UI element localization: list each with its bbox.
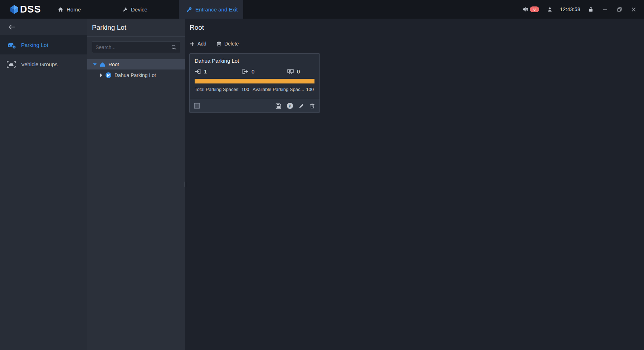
tree-node-dahua-parking-lot[interactable]: P Dahua Parking Lot (87, 69, 185, 81)
led-screen-icon (287, 69, 294, 74)
parking-lot-card[interactable]: Dahua Parking Lot 1 0 0 (189, 53, 320, 113)
topbar: DSS Home Device Entrance and Exit 6 (0, 0, 644, 19)
tab-home[interactable]: Home (50, 0, 114, 19)
parking-space-icon[interactable]: P (287, 103, 293, 109)
delete-card-icon[interactable] (310, 103, 315, 109)
chevron-down-icon[interactable] (93, 63, 97, 66)
close-button[interactable] (630, 5, 638, 13)
exit-icon (242, 69, 248, 74)
panel-splitter[interactable] (184, 180, 187, 188)
topbar-right: 6 12:43:58 (522, 5, 644, 13)
close-icon (631, 7, 636, 12)
delete-button-label: Delete (224, 41, 239, 47)
parking-lot-icon (6, 41, 16, 49)
parking-lot-tree: Root P Dahua Parking Lot (87, 59, 185, 81)
available-spaces: Available Parking Spac... 100 (253, 87, 314, 92)
select-checkbox[interactable] (194, 103, 200, 109)
main-content: Root Add Delete Dahua Parking Lot 1 (185, 19, 644, 350)
sidebar-item-parking-lot[interactable]: Parking Lot (0, 35, 87, 54)
user-button[interactable] (546, 5, 553, 13)
tab-bar: Home Device Entrance and Exit (50, 0, 243, 19)
screen-count: 0 (297, 68, 300, 75)
add-button-label: Add (197, 41, 206, 47)
tab-device-label: Device (131, 6, 147, 13)
tab-entrance-exit[interactable]: Entrance and Exit (179, 0, 243, 19)
occupancy-bar (195, 79, 314, 83)
total-spaces: Total Parking Spaces: 100 (195, 87, 249, 92)
tab-home-label: Home (67, 6, 81, 13)
plus-icon (190, 42, 195, 46)
back-button[interactable] (9, 24, 15, 30)
entrance-icon (195, 69, 201, 74)
lock-button[interactable] (587, 5, 595, 13)
user-icon (547, 7, 552, 12)
restore-icon (617, 7, 622, 12)
restore-button[interactable] (615, 5, 623, 13)
home-icon (58, 7, 63, 12)
wrench-icon (122, 7, 128, 12)
minimize-button[interactable] (601, 5, 609, 13)
tab-entrance-exit-label: Entrance and Exit (195, 6, 238, 13)
tree-node-root-label: Root (108, 62, 119, 67)
splitter-grip-icon (185, 182, 186, 187)
alarm-center-button[interactable]: 6 (522, 6, 539, 12)
minimize-icon (603, 7, 608, 12)
search-icon[interactable] (171, 44, 177, 50)
clock: 12:43:58 (560, 6, 580, 12)
card-footer: P (190, 99, 319, 112)
sidebar-item-vehicle-groups[interactable]: Vehicle Groups (0, 54, 87, 74)
dss-logo-icon (10, 5, 19, 14)
search-input[interactable] (96, 44, 171, 50)
speaker-icon (522, 6, 529, 12)
alarm-count-badge: 6 (530, 6, 539, 12)
parking-p-icon: P (106, 72, 111, 78)
tree-node-root[interactable]: Root (87, 59, 185, 69)
total-spaces-value: 100 (241, 87, 249, 92)
available-spaces-value: 100 (306, 87, 314, 92)
tree-panel-title: Parking Lot (92, 24, 126, 32)
trash-icon (216, 41, 221, 47)
sidebar-item-vehicle-groups-label: Vehicle Groups (21, 61, 58, 67)
tab-device[interactable]: Device (114, 0, 179, 19)
delete-button[interactable]: Delete (216, 41, 239, 47)
app-logo-text: DSS (20, 4, 41, 15)
save-icon[interactable] (275, 103, 281, 109)
sidebar-item-parking-lot-label: Parking Lot (21, 42, 48, 48)
page-title: Root (190, 24, 204, 32)
vehicle-groups-icon (6, 61, 16, 68)
edit-icon[interactable] (299, 103, 304, 109)
space-labels: Total Parking Spaces: 100 Available Park… (190, 83, 319, 92)
search-box (92, 42, 180, 53)
screen-stat: 0 (287, 68, 300, 75)
app-logo: DSS (0, 4, 50, 15)
key-icon (187, 7, 192, 12)
chevron-right-icon[interactable] (100, 73, 102, 77)
card-title: Dahua Parking Lot (190, 54, 319, 64)
entrance-stat: 1 (195, 68, 242, 75)
total-spaces-label: Total Parking Spaces: (195, 87, 240, 92)
sidebar: Parking Lot Vehicle Groups (0, 19, 87, 350)
tree-panel: Parking Lot Root P Dahua Parking Lot (87, 19, 185, 350)
exit-stat: 0 (242, 68, 287, 75)
available-spaces-label: Available Parking Spac... (253, 87, 304, 92)
tree-node-dahua-parking-lot-label: Dahua Parking Lot (114, 72, 156, 78)
add-button[interactable]: Add (190, 41, 206, 47)
card-stats: 1 0 0 (190, 64, 319, 75)
lock-icon (589, 7, 593, 12)
toolbar: Add Delete (185, 37, 644, 51)
building-icon (100, 62, 105, 67)
exit-count: 0 (252, 68, 254, 75)
entrance-count: 1 (204, 68, 207, 75)
